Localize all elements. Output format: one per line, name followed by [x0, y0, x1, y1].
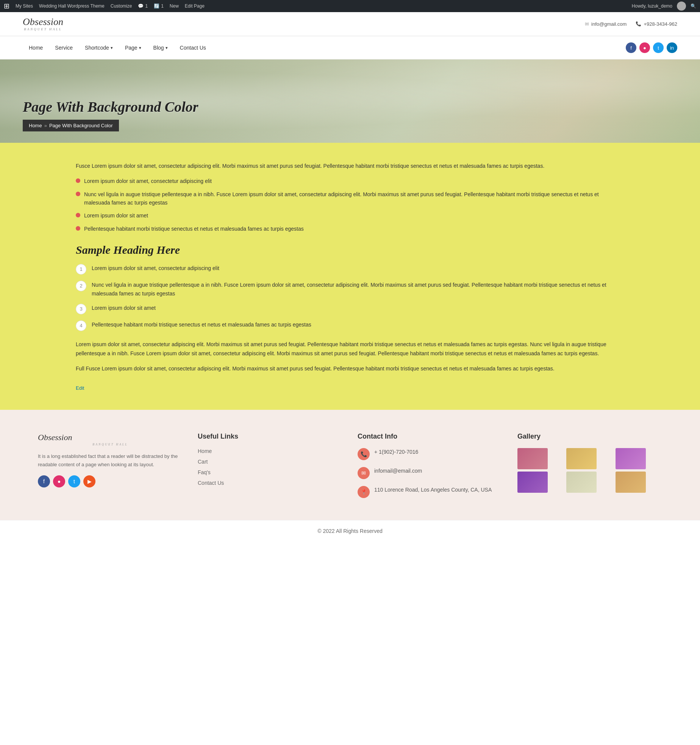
facebook-icon[interactable]: f: [626, 42, 636, 53]
list-item: Home: [198, 448, 342, 454]
contact-email-item: ✉ infomail@email.com: [358, 467, 502, 479]
contact-email-text: infomail@email.com: [374, 467, 422, 475]
breadcrumb-current: Page With Background Color: [49, 123, 113, 128]
email-icon: [585, 21, 589, 27]
contact-address-item: 📍 110 Lorence Road, Los Angeles County, …: [358, 486, 502, 498]
num-badge: 1: [76, 264, 86, 275]
nav-service[interactable]: Service: [49, 36, 79, 59]
twitter-icon[interactable]: t: [653, 42, 664, 53]
admin-avatar: [677, 2, 686, 11]
admin-bar: ⊞ My Sites Wedding Hall Wordpress Theme …: [0, 0, 700, 12]
num-badge: 2: [76, 281, 86, 291]
footer-logo: Obsession BANQUET HALL: [38, 433, 183, 446]
footer-social: f ● t ▶: [38, 475, 183, 487]
contact-email-icon: ✉: [358, 467, 370, 479]
hero-banner: Page With Background Color Home » Page W…: [0, 59, 700, 143]
admin-howdy: Howdy, luzuk_demo: [632, 3, 672, 9]
admin-comments[interactable]: 💬 1: [138, 3, 148, 9]
nav-links: Home Service Shortcode Page Blog Contact…: [23, 36, 212, 59]
bullet-dot: [76, 192, 80, 196]
nav-contact[interactable]: Contact Us: [174, 36, 212, 59]
gallery-item[interactable]: [616, 472, 646, 493]
footer-gallery-heading: Gallery: [517, 433, 662, 440]
logo-text: Obsession BANQUET HALL: [23, 17, 63, 31]
footer-youtube-icon[interactable]: ▶: [83, 475, 95, 487]
list-item: 2 Nunc vel ligula in augue tristique pel…: [76, 281, 624, 298]
numbered-list: 1 Lorem ipsum dolor sit amet, consectetu…: [76, 264, 624, 331]
bullet-list: Lorem ipsum dolor sit amet, consectetur …: [76, 177, 624, 233]
gallery-item[interactable]: [517, 448, 548, 469]
linkedin-icon[interactable]: in: [667, 42, 677, 53]
list-item: Lorem ipsum dolor sit amet: [76, 211, 624, 220]
footer-links-col: Useful Links Home Cart Faq's Contact Us: [198, 433, 342, 505]
footer-about-col: Obsession BANQUET HALL It is a long esta…: [38, 433, 183, 505]
footer-link-cart[interactable]: Cart: [198, 459, 208, 465]
footer-contact-heading: Contact Info: [358, 433, 502, 440]
sample-heading: Sample Heading Here: [76, 244, 624, 256]
footer-facebook-icon[interactable]: f: [38, 475, 50, 487]
footer-instagram-icon[interactable]: ●: [53, 475, 65, 487]
top-header: Obsession BANQUET HALL info@gmail.com +9…: [0, 12, 700, 36]
phone-info: +928-3434-962: [636, 21, 677, 27]
nav-home[interactable]: Home: [23, 36, 49, 59]
footer-twitter-icon[interactable]: t: [68, 475, 80, 487]
admin-theme[interactable]: Wedding Hall Wordpress Theme: [39, 3, 105, 9]
list-item: Cart: [198, 459, 342, 465]
gallery-item[interactable]: [566, 448, 597, 469]
gallery-grid: [517, 448, 662, 493]
intro-paragraph: Fusce Lorem ipsum dolor sit amet, consec…: [76, 162, 624, 171]
footer-gallery-col: Gallery: [517, 433, 662, 505]
wp-icon[interactable]: ⊞: [4, 2, 9, 10]
admin-new[interactable]: New: [170, 3, 179, 9]
list-item: Pellentesque habitant morbi tristique se…: [76, 225, 624, 233]
admin-my-sites[interactable]: My Sites: [16, 3, 33, 9]
contact-phone-icon: 📞: [358, 448, 370, 460]
footer-link-contact[interactable]: Contact Us: [198, 480, 224, 486]
nav-social: f ● t in: [626, 42, 677, 53]
admin-updates[interactable]: 🔄 1: [154, 3, 164, 9]
footer-link-faq[interactable]: Faq's: [198, 469, 211, 475]
admin-customize[interactable]: Customize: [111, 3, 132, 9]
footer: Obsession BANQUET HALL It is a long esta…: [0, 410, 700, 520]
footer-links-heading: Useful Links: [198, 433, 342, 440]
list-item: 4 Pellentesque habitant morbi tristique …: [76, 320, 624, 331]
copyright-text: © 2022 All Rights Reserved: [317, 528, 382, 534]
list-item: Contact Us: [198, 480, 342, 486]
hero-title: Page With Background Color: [23, 98, 198, 115]
breadcrumb-sep: »: [44, 123, 47, 128]
logo: Obsession BANQUET HALL: [23, 17, 63, 31]
nav-page[interactable]: Page: [119, 36, 147, 59]
edit-link[interactable]: Edit: [76, 385, 84, 391]
footer-grid: Obsession BANQUET HALL It is a long esta…: [38, 433, 662, 505]
bullet-dot: [76, 178, 80, 183]
email-info: info@gmail.com: [585, 21, 627, 27]
gallery-item[interactable]: [616, 448, 646, 469]
num-badge: 3: [76, 304, 86, 314]
gallery-item[interactable]: [517, 472, 548, 493]
admin-search-icon[interactable]: 🔍: [691, 3, 696, 9]
gallery-item[interactable]: [566, 472, 597, 493]
bullet-dot: [76, 213, 80, 217]
contact-address-icon: 📍: [358, 486, 370, 498]
breadcrumb-home[interactable]: Home: [29, 123, 42, 128]
list-item: 3 Lorem ipsum dolor sit amet: [76, 304, 624, 314]
list-item: Nunc vel ligula in augue tristique pelle…: [76, 190, 624, 207]
footer-bottom: © 2022 All Rights Reserved: [0, 520, 700, 542]
footer-description: It is a long established fact that a rea…: [38, 452, 183, 469]
nav-shortcode[interactable]: Shortcode: [79, 36, 119, 59]
contact-phone-text: + 1(902)-720-7016: [374, 448, 418, 456]
list-item: 1 Lorem ipsum dolor sit amet, consectetu…: [76, 264, 624, 275]
content-para2: Full Fusce Lorem ipsum dolor sit amet, c…: [76, 364, 624, 373]
main-content: Fusce Lorem ipsum dolor sit amet, consec…: [0, 143, 700, 410]
list-item: Faq's: [198, 469, 342, 475]
instagram-icon[interactable]: ●: [639, 42, 650, 53]
content-para1: Lorem ipsum dolor sit amet, consectetur …: [76, 340, 624, 358]
list-item: Lorem ipsum dolor sit amet, consectetur …: [76, 177, 624, 185]
footer-link-home[interactable]: Home: [198, 448, 212, 454]
footer-links-list: Home Cart Faq's Contact Us: [198, 448, 342, 486]
nav-blog[interactable]: Blog: [147, 36, 174, 59]
num-badge: 4: [76, 320, 86, 331]
hero-content: Page With Background Color Home » Page W…: [23, 98, 198, 131]
bullet-dot: [76, 226, 80, 231]
admin-edit-page[interactable]: Edit Page: [185, 3, 205, 9]
